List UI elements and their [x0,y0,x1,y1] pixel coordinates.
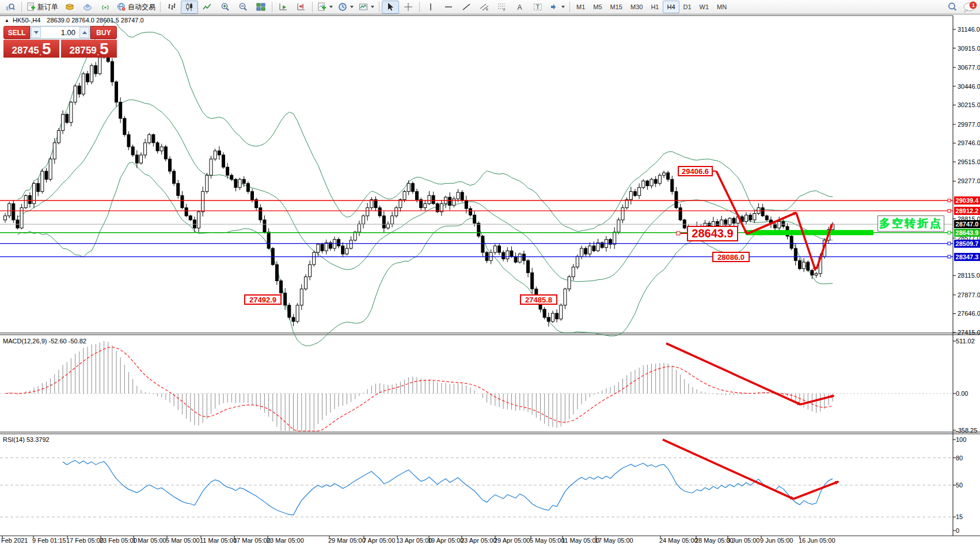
time-label: 16 Jun 05:00 [799,537,835,544]
volume-decrease-button[interactable] [31,27,41,38]
timeframe-d1[interactable]: D1 [679,1,696,13]
text-icon: A [515,2,525,12]
new-order-label: 新订单 [37,2,58,12]
crosshair-button[interactable] [400,1,417,14]
candlestick-button[interactable] [181,1,198,14]
timeframe-m30[interactable]: M30 [626,1,647,13]
hline-handle[interactable] [948,199,951,202]
new-order-icon [26,2,36,12]
candles-layer [4,40,834,327]
svg-text:A: A [518,3,522,12]
price-tick: 27646.0 [958,310,980,317]
auto-scroll-button[interactable] [275,1,292,14]
new-order-button[interactable]: 新订单 [24,1,60,14]
timeframe-m1[interactable]: M1 [572,1,589,13]
text-label-icon: T [533,2,542,12]
arrow-objects-icon [549,2,559,12]
price-tick: 28115.0 [958,272,980,279]
book-button[interactable] [61,1,78,14]
search-icon[interactable] [947,2,958,12]
equidistant-channel-button[interactable]: E [476,1,493,14]
chevron-down-icon [350,6,354,8]
macd-histogram [5,341,833,431]
separator [21,2,22,12]
buy-price[interactable]: 28759.5 [61,40,117,58]
hline-handle[interactable] [948,242,951,245]
price-tick: 30446.0 [958,83,980,90]
sell-button[interactable]: SELL [3,26,30,39]
timeframe-w1[interactable]: W1 [696,1,713,13]
macd-scale-511.02: 511.02 [956,338,975,345]
one-click-trading-panel: SELL 1.00 BUY 28745.5 28759.5 [3,26,117,58]
templates-dropdown[interactable] [356,1,377,14]
rsi-scale-0: 0 [956,527,959,534]
turning-point-note[interactable]: 多空转折点 [878,215,944,232]
price-tick: 27415.0 [958,329,980,336]
hline-handle[interactable] [948,255,951,258]
time-label: 23 Feb 05:00 [100,537,137,544]
timeframe-m15[interactable]: M15 [606,1,626,13]
tile-windows-button[interactable] [252,1,269,14]
community-button[interactable] [79,1,96,14]
arrows-dropdown[interactable] [547,1,567,14]
autotrading-button[interactable]: 自动交易 [115,1,158,14]
timeframe-h1[interactable]: H1 [647,1,663,13]
chart-shift-icon [297,2,306,12]
price-tick: 29746.0 [958,139,980,146]
price-annotation-28643.9[interactable]: 28643.9 [687,226,738,241]
chat-notification-icon[interactable]: 1 [962,1,977,13]
time-label: 11 Mar 05:00 [200,537,237,544]
hline-handle[interactable] [948,209,951,212]
sell-price-main: 28745 [12,45,39,56]
chevron-down-icon [561,6,565,8]
zoom-out-button[interactable] [234,1,252,14]
text-label-button[interactable]: T [529,1,546,14]
trendline-button[interactable] [458,1,475,14]
text-button[interactable]: A [511,1,529,14]
sell-price-big: 5 [42,41,51,56]
vertical-line-icon [426,2,435,12]
buy-button[interactable]: BUY [90,26,117,39]
volume-increase-button[interactable] [79,27,89,38]
vertical-line-button[interactable] [422,1,439,14]
symbol-ohlc: 28639.0 28764.0 28601.5 28747.0 [47,17,143,24]
cursor-button[interactable] [382,1,399,14]
toolbar-right: 1 [947,1,978,13]
price-annotation-29406.6[interactable]: 29406.6 [678,166,713,176]
price-tick: 30915.0 [958,45,980,52]
green-band[interactable] [746,230,873,235]
price-annotation-28086.0[interactable]: 28086.0 [712,252,750,262]
new-chart-dropdown[interactable] [315,1,335,14]
timeframe-h4[interactable]: H4 [663,1,679,13]
market-watch-button[interactable] [2,1,19,14]
timeframe-m5[interactable]: M5 [589,1,606,13]
time-label: 3 Jun 05:00 [727,537,760,544]
horizontal-line-button[interactable] [440,1,457,14]
price-tick: 27877.0 [958,292,980,298]
svg-text:F: F [503,8,506,12]
price-annotation-27485.8[interactable]: 27485.8 [520,294,557,305]
bar-chart-button[interactable] [163,1,180,14]
symbol-info: ▲ HK50-,H4 28639.0 28764.0 28601.5 28747… [5,17,144,24]
chart-shift-button[interactable] [293,1,310,14]
time-label: 9 Feb 01:15 [32,537,66,544]
sell-price[interactable]: 28745.5 [3,40,59,58]
time-label: 7 Apr 05:00 [363,537,395,544]
periods-dropdown[interactable] [336,1,356,14]
zoom-in-button[interactable] [216,1,234,14]
price-badge-28347.3: 28347.3 [954,253,980,261]
hline-handle[interactable] [948,231,951,234]
collapse-arrow-icon[interactable]: ▲ [5,18,9,23]
chart-canvas[interactable] [0,0,980,545]
time-label: 5 May 05:00 [530,537,565,544]
signals-button[interactable] [97,1,114,14]
line-chart-button[interactable] [199,1,216,14]
macd-scale--358.25: -358.25 [956,427,977,434]
timeframe-mn[interactable]: MN [713,1,731,13]
separator [569,2,570,12]
fibonacci-button[interactable]: F [493,1,511,14]
candlestick-icon [185,2,194,12]
price-annotation-27492.9[interactable]: 27492.9 [244,294,282,305]
volume-value[interactable]: 1.00 [41,27,79,39]
cloud-icon [83,2,92,12]
